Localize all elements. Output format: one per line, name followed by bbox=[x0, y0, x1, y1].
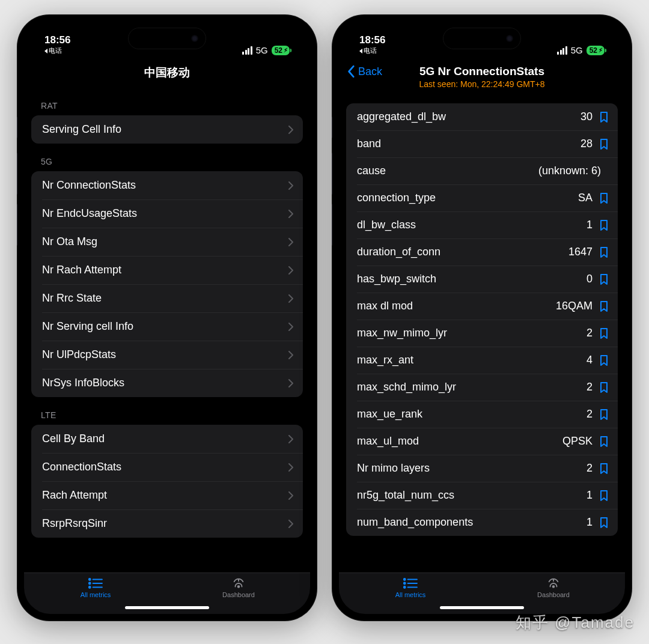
stat-key: connection_type bbox=[357, 192, 578, 204]
svg-point-3 bbox=[89, 579, 91, 580]
nav-header: Back 5G Nr ConnectionStats Last seen: Mo… bbox=[339, 56, 625, 96]
stat-value: 1 bbox=[587, 219, 593, 231]
bookmark-icon[interactable] bbox=[600, 382, 608, 393]
list-item[interactable]: Serving Cell Info bbox=[31, 115, 303, 144]
stat-row: max_schd_mimo_lyr2 bbox=[346, 374, 618, 401]
stat-value: 1647 bbox=[568, 246, 593, 258]
list-item-label: Serving Cell Info bbox=[42, 123, 121, 136]
dynamic-island bbox=[128, 28, 206, 49]
bookmark-icon[interactable] bbox=[600, 247, 608, 258]
back-button[interactable]: Back bbox=[347, 65, 382, 78]
stat-value: 16QAM bbox=[556, 300, 593, 312]
stat-row: Nr mimo layers2 bbox=[346, 455, 618, 482]
stat-value: 1 bbox=[587, 489, 593, 502]
chevron-right-icon bbox=[288, 181, 293, 190]
network-label: 5G bbox=[256, 45, 268, 55]
bookmark-icon[interactable] bbox=[600, 328, 608, 339]
list-item[interactable]: Nr EndcUsageStats bbox=[31, 199, 303, 228]
stat-row: cause(unknown: 6) bbox=[346, 157, 618, 184]
stat-row: aggregated_dl_bw30 bbox=[346, 103, 618, 130]
stat-row: max_nw_mimo_lyr2 bbox=[346, 320, 618, 347]
svg-point-11 bbox=[404, 583, 406, 585]
bookmark-icon[interactable] bbox=[600, 301, 608, 312]
list-item[interactable]: Nr UlPdcpStats bbox=[31, 341, 303, 369]
tab-dashboard[interactable]: Dashboard bbox=[167, 577, 310, 598]
phone-right: 18:56 电话 5G 52⚡︎ Back 5G Nr ConnectionSt… bbox=[332, 14, 632, 621]
status-time: 18:56 bbox=[359, 34, 385, 46]
bookmark-icon[interactable] bbox=[600, 490, 608, 501]
list-item-label: Nr EndcUsageStats bbox=[42, 207, 137, 220]
home-indicator[interactable] bbox=[339, 601, 625, 614]
stat-key: aggregated_dl_bw bbox=[357, 111, 580, 123]
back-to-app[interactable]: 电话 bbox=[44, 46, 62, 55]
page-title: 5G Nr ConnectionStats bbox=[346, 65, 618, 78]
stat-key: duration_of_conn bbox=[357, 246, 568, 258]
nav-header: 中国移动 bbox=[24, 56, 310, 88]
stat-key: num_band_components bbox=[357, 516, 587, 529]
list-group: Serving Cell Info bbox=[31, 115, 303, 144]
chevron-right-icon bbox=[288, 210, 293, 218]
stat-value: 28 bbox=[580, 138, 593, 150]
list-item[interactable]: ConnectionStats bbox=[31, 453, 303, 481]
chevron-right-icon bbox=[288, 435, 293, 443]
stat-key: max_nw_mimo_lyr bbox=[357, 327, 587, 339]
list-item[interactable]: Nr Ota Msg bbox=[31, 228, 303, 256]
home-indicator[interactable] bbox=[24, 601, 310, 614]
section-header: LTE bbox=[31, 397, 303, 425]
battery-indicator: 52⚡︎ bbox=[272, 46, 290, 55]
bookmark-icon[interactable] bbox=[600, 517, 608, 528]
list-item-label: Rach Attempt bbox=[42, 489, 107, 502]
tab-all-metrics[interactable]: All metrics bbox=[24, 577, 167, 598]
stat-key: cause bbox=[357, 165, 538, 177]
tab-all-metrics[interactable]: All metrics bbox=[339, 577, 482, 598]
list-item[interactable]: RsrpRsrqSinr bbox=[31, 509, 303, 538]
stat-value: QPSK bbox=[562, 435, 593, 448]
stat-row: max_rx_ant4 bbox=[346, 347, 618, 374]
content-left[interactable]: RATServing Cell Info5GNr ConnectionStats… bbox=[24, 88, 310, 573]
chevron-right-icon bbox=[288, 238, 293, 246]
bookmark-icon[interactable] bbox=[600, 274, 608, 285]
chevron-right-icon bbox=[288, 520, 293, 528]
bookmark-icon[interactable] bbox=[600, 193, 608, 204]
content-right[interactable]: aggregated_dl_bw30band28cause(unknown: 6… bbox=[339, 96, 625, 573]
bookmark-icon[interactable] bbox=[600, 220, 608, 231]
stat-key: band bbox=[357, 138, 580, 150]
stat-row: max_ue_rank2 bbox=[346, 401, 618, 428]
stat-row: dl_bw_class1 bbox=[346, 211, 618, 238]
bookmark-icon[interactable] bbox=[600, 112, 608, 123]
bookmark-icon[interactable] bbox=[600, 463, 608, 474]
chevron-right-icon bbox=[288, 379, 293, 387]
tab-dashboard[interactable]: Dashboard bbox=[482, 577, 625, 598]
bookmark-icon[interactable] bbox=[600, 355, 608, 366]
list-item[interactable]: Nr Serving cell Info bbox=[31, 312, 303, 341]
stat-value: 2 bbox=[587, 462, 593, 475]
stat-key: max_schd_mimo_lyr bbox=[357, 381, 587, 393]
bookmark-icon[interactable] bbox=[600, 436, 608, 447]
stat-value: 2 bbox=[587, 381, 593, 393]
svg-point-12 bbox=[404, 586, 406, 588]
svg-point-13 bbox=[553, 586, 555, 588]
list-item[interactable]: Rach Attempt bbox=[31, 481, 303, 509]
chevron-right-icon bbox=[288, 463, 293, 472]
list-item[interactable]: Nr Rrc State bbox=[31, 284, 303, 312]
stat-value: 1 bbox=[587, 516, 593, 529]
stat-key: max_rx_ant bbox=[357, 354, 587, 366]
phone-left: 18:56 电话 5G 52⚡︎ 中国移动 RATServing Cell In… bbox=[17, 14, 317, 621]
chevron-right-icon bbox=[288, 266, 293, 275]
list-item[interactable]: Cell By Band bbox=[31, 425, 303, 453]
chevron-left-icon bbox=[347, 65, 356, 78]
list-item[interactable]: Nr ConnectionStats bbox=[31, 171, 303, 199]
stat-row: num_band_components1 bbox=[346, 509, 618, 536]
back-to-app[interactable]: 电话 bbox=[359, 46, 377, 55]
svg-point-6 bbox=[238, 586, 240, 588]
stat-key: has_bwp_switch bbox=[357, 273, 587, 285]
list-item[interactable]: Nr Rach Attempt bbox=[31, 256, 303, 284]
status-time: 18:56 bbox=[44, 34, 70, 46]
signal-icon bbox=[242, 46, 252, 55]
stat-value: (unknown: 6) bbox=[538, 165, 601, 177]
chevron-right-icon bbox=[288, 351, 293, 359]
stat-row: nr5g_total_num_ccs1 bbox=[346, 482, 618, 509]
bookmark-icon[interactable] bbox=[600, 409, 608, 420]
bookmark-icon[interactable] bbox=[600, 139, 608, 150]
list-item[interactable]: NrSys InfoBlocks bbox=[31, 369, 303, 397]
